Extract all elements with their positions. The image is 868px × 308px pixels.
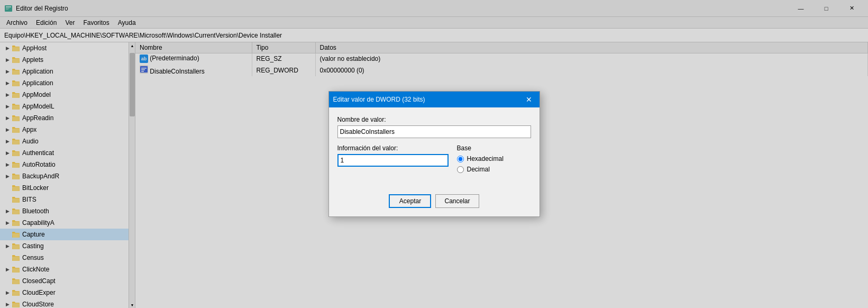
modal-title: Editar valor de DWORD (32 bits) — [333, 96, 523, 103]
ok-button[interactable]: Aceptar — [389, 194, 431, 208]
modal-footer: Aceptar Cancelar — [329, 190, 540, 216]
modal-body: Nombre de valor: Información del valor: … — [329, 107, 540, 190]
value-section: Información del valor: Base Hexadecimal … — [337, 144, 531, 173]
hex-radio-label[interactable]: Hexadecimal — [457, 155, 531, 162]
value-name-input[interactable] — [337, 125, 531, 138]
dec-radio-label[interactable]: Decimal — [457, 166, 531, 173]
modal-overlay: Editar valor de DWORD (32 bits) ✕ Nombre… — [0, 0, 868, 308]
hex-radio[interactable] — [457, 156, 464, 162]
value-data-input[interactable] — [337, 154, 449, 167]
value-name-label: Nombre de valor: — [337, 116, 531, 123]
value-data-wrap: Información del valor: — [337, 144, 449, 173]
base-section: Base Hexadecimal Decimal — [457, 144, 531, 173]
modal-titlebar: Editar valor de DWORD (32 bits) ✕ — [329, 92, 540, 107]
value-data-label: Información del valor: — [337, 144, 449, 152]
base-label: Base — [457, 144, 531, 152]
dword-edit-dialog: Editar valor de DWORD (32 bits) ✕ Nombre… — [328, 91, 540, 217]
dec-radio[interactable] — [457, 166, 464, 173]
hex-label: Hexadecimal — [467, 155, 504, 162]
dec-label: Decimal — [467, 166, 490, 173]
modal-close-button[interactable]: ✕ — [523, 93, 535, 106]
base-radio-group: Hexadecimal Decimal — [457, 155, 531, 173]
cancel-button[interactable]: Cancelar — [435, 194, 479, 208]
